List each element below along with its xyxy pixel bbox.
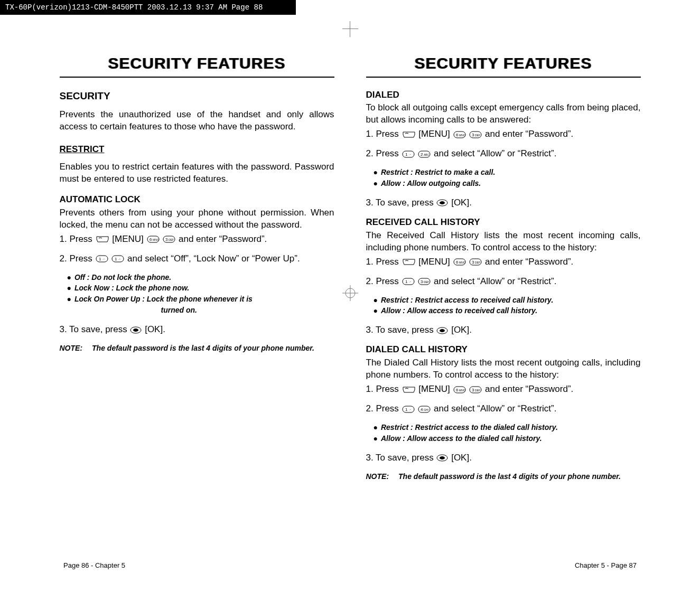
left-title-wrap: SECURITY FEATURES [60,53,334,78]
text: and enter “Password”. [485,384,573,394]
footer-left: Page 86 - Chapter 5 [63,561,125,569]
received-options: ●Restrict : Restrict access to received … [374,295,641,316]
svg-rect-9 [112,256,124,262]
ok-key-icon [436,454,448,462]
svg-text:4: 4 [421,407,423,412]
svg-text:DEF: DEF [475,134,480,137]
footer-right: Chapter 5 - Page 87 [575,561,637,569]
opt: Allow : Allow access to received call hi… [381,306,537,316]
key-3def-icon: 3DEF [163,236,175,243]
svg-text:1: 1 [405,152,408,157]
text: and enter “Password”. [485,129,573,139]
text: [MENU] [418,129,452,139]
svg-text:MNO: MNO [459,134,465,137]
svg-point-27 [440,201,445,204]
opt-cont: turned on. [161,305,334,315]
text: and enter “Password”. [179,234,267,244]
note-label: NOTE: [366,472,389,482]
note-body: The default password is the last 4 digit… [398,472,640,482]
dialed-text: To block all outgoing calls except emerg… [366,102,641,126]
text: 1. Press [60,234,95,244]
autolock-text: Prevents others from using your phone wi… [60,207,334,231]
svg-point-41 [440,329,445,332]
dialedhist-step3: 3. To save, press [OK]. [366,452,641,464]
key-2abc-icon: 2ABC [418,151,431,158]
bullet-icon: ● [67,283,71,293]
key-3def-icon: 3DEF [418,278,431,285]
key-6mno-icon: 6MNO [147,236,160,243]
svg-text:2: 2 [421,152,423,157]
svg-text:.-: .- [409,408,411,411]
svg-text:.-: .- [118,257,120,260]
dialedhist-step2: 2. Press 1.- 4GHI and select “Allow” or … [366,403,641,415]
received-step2: 2. Press 1.- 3DEF and select “Allow” or … [366,276,641,288]
key-1-icon: 1.- [402,151,415,158]
text: 1. Press [366,129,402,139]
dialed-heading: DIALED [366,89,641,101]
svg-rect-6 [96,256,108,262]
opt: Restrict : Restrict access to received c… [381,295,553,305]
svg-text:3: 3 [421,279,423,284]
svg-text:MNO: MNO [459,389,465,392]
key-1-icon: 1.- [402,406,415,413]
ok-key-icon [436,327,448,334]
svg-text:1: 1 [405,279,408,284]
svg-text:ABC: ABC [424,153,430,156]
left-page: SECURITY FEATURES SECURITY Prevents the … [60,53,334,482]
page-spread: SECURITY FEATURES SECURITY Prevents the … [0,53,700,482]
svg-text:1: 1 [115,257,117,261]
svg-point-55 [440,456,445,459]
softkey-icon [402,258,416,266]
text: [OK]. [451,453,472,463]
svg-text:.-: .- [409,280,411,283]
text: and enter “Password”. [485,257,573,267]
key-3def-icon: 3DEF [469,131,482,138]
text: [OK]. [451,325,472,335]
text: 2. Press [366,276,402,286]
bullet-icon: ● [374,422,378,433]
svg-point-13 [133,328,138,332]
left-title: SECURITY FEATURES [108,54,286,72]
right-page: SECURITY FEATURES DIALED To block all ou… [366,53,641,482]
key-3def-icon: 3DEF [469,386,482,393]
svg-rect-20 [403,151,414,157]
dialedhist-text: The Dialed Call History lists the most r… [366,357,641,381]
text: [MENU] [112,234,146,244]
text: [OK]. [451,198,472,208]
text: 1. Press [366,384,402,394]
autolock-heading: AUTOMATIC LOCK [60,194,334,206]
text: and select “Allow” or “Restrict”. [434,276,556,286]
key-3def-icon: 3DEF [469,258,482,266]
bullet-icon: ● [67,273,71,283]
softkey-icon [402,386,416,393]
svg-rect-48 [403,406,414,412]
svg-text:3: 3 [165,237,168,242]
autolock-options: ●Off : Do not lock the phone. ●Lock Now … [67,273,334,316]
svg-text:MNO: MNO [153,238,159,241]
text: 3. To save, press [60,324,130,334]
opt: Restrict : Restrict to make a call. [381,167,495,177]
bullet-icon: ● [67,294,71,304]
note-body: The default password is the last 4 digit… [92,343,334,353]
received-step1: 1. Press [MENU] 6MNO 3DEF and enter “Pas… [366,256,641,268]
dialed-step1: 1. Press [MENU] 6MNO 3DEF and enter “Pas… [366,128,641,140]
ok-key-icon [130,326,142,334]
key-1-icon: 1.- [111,255,124,262]
text: and select “Off”, “Lock Now” or “Power U… [127,253,300,264]
text: 2. Press [366,148,402,158]
restrict-text: Enables you to restrict certain features… [60,161,334,185]
svg-text:6: 6 [456,133,459,137]
key-6mno-icon: 6MNO [453,386,466,393]
text: and select “Allow” or “Restrict”. [434,148,556,158]
svg-text:DEF: DEF [475,261,480,264]
softkey-icon [96,236,109,243]
autolock-step3: 3. To save, press [OK]. [60,324,334,336]
opt: Restrict : Restrict access to the dialed… [381,422,558,433]
svg-text:.-: .- [409,153,411,156]
svg-text:3: 3 [472,133,474,137]
dialed-step2: 2. Press 1.- 2ABC and select “Allow” or … [366,148,641,160]
dialed-step3: 3. To save, press [OK]. [366,197,641,209]
opt: Allow : Allow outgoing calls. [381,179,481,189]
svg-text:DEF: DEF [424,280,429,284]
key-1-icon: 1.- [402,278,415,285]
